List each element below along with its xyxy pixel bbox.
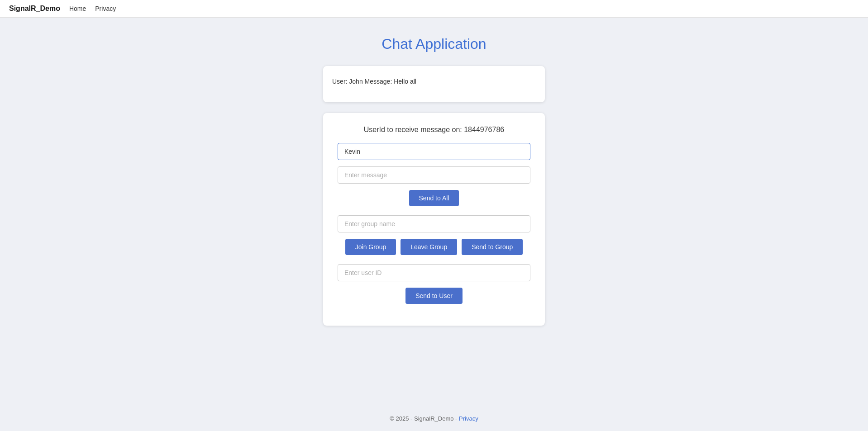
- footer-text: © 2025 - SignalR_Demo -: [390, 415, 459, 422]
- navbar-brand[interactable]: SignalR_Demo: [9, 5, 60, 13]
- footer: © 2025 - SignalR_Demo - Privacy: [0, 406, 868, 431]
- footer-privacy-link[interactable]: Privacy: [459, 415, 478, 422]
- send-to-all-button[interactable]: Send to All: [409, 190, 459, 206]
- navbar-privacy-link[interactable]: Privacy: [95, 5, 116, 12]
- group-buttons: Join Group Leave Group Send to Group: [338, 239, 530, 255]
- join-group-button[interactable]: Join Group: [345, 239, 396, 255]
- navbar: SignalR_Demo Home Privacy: [0, 0, 868, 18]
- navbar-home-link[interactable]: Home: [69, 5, 86, 12]
- send-to-group-button[interactable]: Send to Group: [462, 239, 523, 255]
- form-card: UserId to receive message on: 1844976786…: [323, 113, 545, 326]
- message-input[interactable]: [338, 166, 530, 184]
- send-to-all-row: Send to All: [338, 190, 530, 206]
- main-content: Chat Application User: John Message: Hel…: [0, 18, 868, 406]
- username-input[interactable]: [338, 143, 530, 160]
- send-to-user-button[interactable]: Send to User: [405, 288, 463, 304]
- send-to-user-row: Send to User: [338, 288, 530, 304]
- page-title: Chat Application: [382, 36, 486, 52]
- user-id-input[interactable]: [338, 264, 530, 281]
- group-name-input[interactable]: [338, 215, 530, 232]
- userid-label: UserId to receive message on: 1844976786: [338, 126, 530, 134]
- leave-group-button[interactable]: Leave Group: [401, 239, 457, 255]
- message-item: User: John Message: Hello all: [332, 75, 536, 88]
- messages-card: User: John Message: Hello all: [323, 66, 545, 102]
